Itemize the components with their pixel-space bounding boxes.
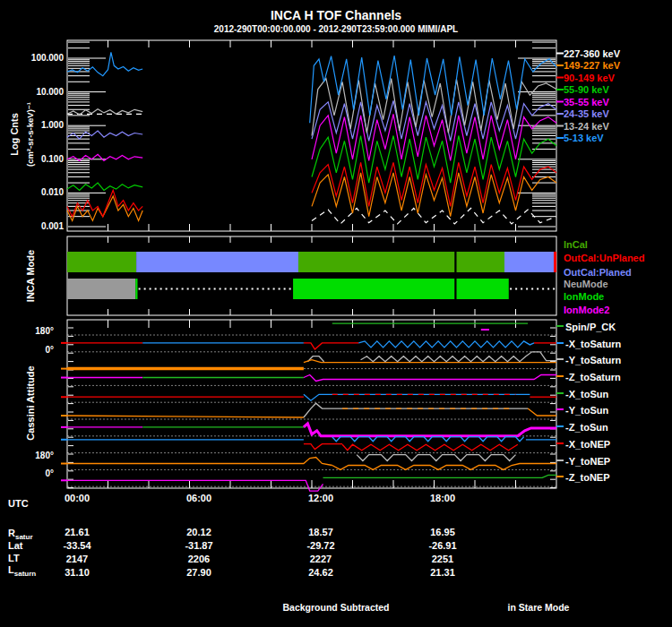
attitude-label-x-nep: -X_toNEP [565, 439, 610, 450]
lt-value: 2251 [411, 554, 474, 564]
attitude-ytick: 0° [16, 345, 54, 355]
attitude-ytick: 180° [16, 451, 54, 460]
attitude-label-z-sun: -Z_toSun [565, 422, 608, 433]
mode-ylabel: INCA Mode [25, 250, 36, 302]
attitude-ylabel: Cassini Attitude [25, 365, 36, 440]
ytick-label: 0.010 [10, 187, 64, 197]
attitude-label-y-saturn: -Y_toSaturn [565, 355, 621, 365]
row-label-r-saturn: Rsatur [8, 528, 33, 541]
legend-item-90-149: 90-149 keV [564, 73, 615, 83]
legend-item-35-55: 35-55 keV [564, 97, 609, 107]
mode-legend-ionmode: IonMode [564, 291, 604, 302]
r-value: 18.57 [289, 527, 352, 537]
lt-value: 2227 [289, 554, 352, 564]
legend-item-227-360: 227-360 keV [564, 48, 620, 59]
ytick-label: 100.000 [10, 53, 64, 63]
attitude-ytick: 0° [16, 468, 54, 478]
legend-item-24-35: 24-35 keV [564, 108, 609, 119]
xtick-0000: 00:00 [50, 493, 104, 503]
page-title: INCA H TOF Channels [0, 8, 672, 22]
row-label-l-saturn: Lsaturn [8, 564, 36, 578]
mode-legend-neumode: NeuMode [564, 279, 608, 289]
footer-background-subtracted: Background Subtracted [228, 602, 444, 613]
r-value: 21.61 [46, 527, 108, 537]
lat-value: -29.72 [289, 540, 352, 551]
attitude-label-spin: Spin/P_CK [565, 322, 616, 332]
lat-value: -31.87 [168, 540, 230, 551]
ytick-label: 0.100 [10, 154, 64, 164]
row-label-lat: Lat [8, 540, 23, 551]
attitude-label-x-sun: -X_toSun [565, 389, 608, 399]
ytick-label: 1.000 [10, 120, 64, 130]
attitude-ytick: 180° [16, 326, 54, 336]
attitude-label-y-sun: -Y_toSun [565, 405, 608, 416]
legend-item-149-227: 149-227 keV [564, 60, 620, 71]
time-range-subtitle: 2012-290T00:00:00.000 - 2012-290T23:59:0… [0, 24, 672, 34]
ytick-label: 10.000 [10, 87, 64, 97]
footer-stare-mode: in Stare Mode [467, 602, 610, 613]
mode-legend-outcal-unplaned: OutCal:UnPlaned [564, 253, 644, 263]
mode-legend-ionmode2: IonMode2 [564, 305, 609, 315]
attitude-label-z-saturn: -Z_toSaturn [565, 372, 621, 382]
row-label-lt: LT [8, 553, 20, 563]
legend-item-5-13: 5-13 keV [564, 133, 604, 143]
r-value: 20.12 [168, 527, 230, 537]
legend-item-13-24: 13-24 keV [564, 121, 609, 132]
l-value: 27.90 [168, 567, 230, 578]
utc-axis-label: UTC [8, 498, 29, 509]
l-value: 24.62 [289, 567, 352, 578]
lat-value: -33.54 [46, 540, 108, 551]
mode-legend-incal: InCal [564, 239, 588, 250]
xtick-0600: 06:00 [172, 493, 226, 503]
mode-legend-outcal-planed: OutCal:Planed [564, 267, 632, 278]
lt-value: 2206 [168, 554, 230, 564]
l-value: 21.31 [411, 567, 474, 578]
xtick-1200: 12:00 [294, 493, 348, 503]
lt-value: 2147 [46, 554, 108, 564]
attitude-label-y-nep: -Y_toNEP [565, 456, 610, 467]
attitude-label-z-nep: -Z_toNEP [565, 472, 610, 483]
attitude-label-x-saturn: -X_toSaturn [565, 339, 621, 349]
legend-item-55-90: 55-90 keV [564, 84, 609, 95]
inca-tof-plot: INCA H TOF Channels 2012-290T00:00:00.00… [0, 0, 672, 627]
xtick-1800: 18:00 [416, 493, 470, 503]
ytick-label: 0.001 [10, 221, 64, 231]
r-value: 16.95 [411, 527, 474, 537]
l-value: 31.10 [46, 567, 108, 578]
lat-value: -26.91 [411, 540, 474, 551]
